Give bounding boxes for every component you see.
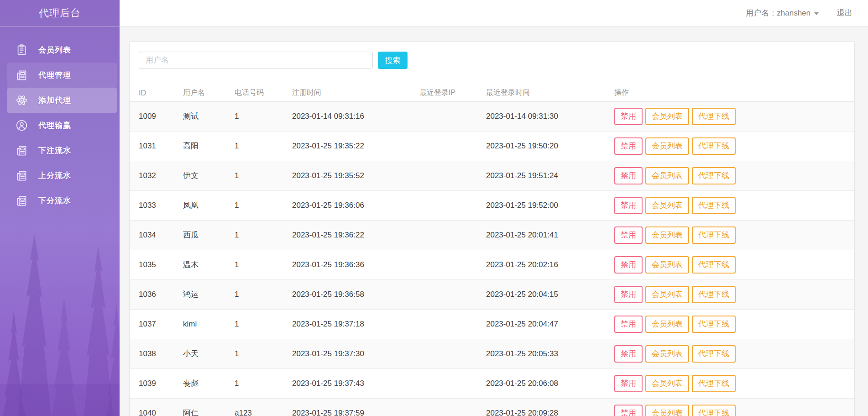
disable-button[interactable]: 禁用	[614, 375, 643, 392]
member-list-button[interactable]: 会员列表	[645, 256, 689, 274]
agent-downline-button[interactable]: 代理下线	[692, 108, 736, 125]
cell-id: 1034	[130, 220, 183, 250]
atom-icon	[16, 94, 28, 106]
disable-button[interactable]: 禁用	[614, 286, 643, 303]
cell-phone: 1	[235, 220, 292, 250]
disable-button[interactable]: 禁用	[614, 167, 643, 184]
cell-username: 丧彪	[183, 369, 235, 398]
column-header: 最近登录IP	[419, 85, 486, 101]
agent-downline-button[interactable]: 代理下线	[692, 256, 736, 274]
cell-id: 1036	[130, 279, 183, 309]
cell-last_ip	[419, 220, 486, 250]
member-list-button[interactable]: 会员列表	[645, 286, 689, 303]
cell-actions: 禁用会员列表代理下线	[614, 250, 854, 279]
cell-reg_time: 2023-01-25 19:37:43	[292, 369, 419, 398]
cell-actions: 禁用会员列表代理下线	[614, 279, 854, 309]
cell-username: 小天	[183, 339, 235, 369]
sidebar-item-3[interactable]: 添加代理	[7, 88, 117, 113]
search-input[interactable]	[139, 52, 373, 69]
search-button[interactable]: 搜索	[378, 52, 408, 69]
search-bar: 搜索	[130, 52, 854, 69]
cell-id: 1035	[130, 250, 183, 279]
cell-last_time: 2023-01-25 19:50:20	[486, 131, 614, 161]
cell-username: 伊文	[183, 161, 235, 190]
cell-reg_time: 2023-01-25 19:36:36	[292, 250, 419, 279]
cell-username: 凤凰	[183, 190, 235, 220]
cell-last_ip	[419, 250, 486, 279]
member-list-button[interactable]: 会员列表	[645, 405, 689, 416]
cell-actions: 禁用会员列表代理下线	[614, 309, 854, 339]
cell-last_time: 2023-01-25 20:04:47	[486, 309, 614, 339]
disable-button[interactable]: 禁用	[614, 197, 643, 214]
member-list-button[interactable]: 会员列表	[645, 375, 689, 392]
cell-actions: 禁用会员列表代理下线	[614, 339, 854, 369]
cell-last_ip	[419, 279, 486, 309]
cell-reg_time: 2023-01-25 19:35:52	[292, 161, 419, 190]
disable-button[interactable]: 禁用	[614, 256, 643, 274]
disable-button[interactable]: 禁用	[614, 137, 643, 155]
table-row: 1031高阳12023-01-25 19:35:222023-01-25 19:…	[130, 131, 854, 161]
disable-button[interactable]: 禁用	[614, 405, 643, 416]
table-row: 1038小天12023-01-25 19:37:302023-01-25 20:…	[130, 339, 854, 369]
agent-downline-button[interactable]: 代理下线	[692, 167, 736, 184]
agent-downline-button[interactable]: 代理下线	[692, 405, 736, 416]
cell-username: 鸿运	[183, 279, 235, 309]
disable-button[interactable]: 禁用	[614, 226, 643, 244]
sidebar-item-1[interactable]: 会员列表	[7, 37, 117, 63]
content-card: 搜索 ID用户名电话号码注册时间最近登录IP最近登录时间操作 1009测试120…	[129, 41, 855, 416]
cell-actions: 禁用会员列表代理下线	[614, 131, 854, 161]
member-list-button[interactable]: 会员列表	[645, 345, 689, 363]
disable-button[interactable]: 禁用	[614, 316, 643, 333]
table-row: 1035温木12023-01-25 19:36:362023-01-25 20:…	[130, 250, 854, 279]
cell-reg_time: 2023-01-25 19:37:30	[292, 339, 419, 369]
cell-last_time: 2023-01-25 19:51:24	[486, 161, 614, 190]
cell-id: 1038	[130, 339, 183, 369]
sidebar-item-2[interactable]: 代理管理	[7, 63, 117, 88]
sidebar-item-label: 会员列表	[38, 45, 71, 55]
cell-reg_time: 2023-01-25 19:37:18	[292, 309, 419, 339]
table-row: 1039丧彪12023-01-25 19:37:432023-01-25 20:…	[130, 369, 854, 398]
column-header: 注册时间	[292, 85, 419, 101]
agent-downline-button[interactable]: 代理下线	[692, 137, 736, 155]
cell-actions: 禁用会员列表代理下线	[614, 220, 854, 250]
agent-downline-button[interactable]: 代理下线	[692, 286, 736, 303]
agent-downline-button[interactable]: 代理下线	[692, 345, 736, 363]
column-header: 用户名	[183, 85, 235, 101]
member-list-button[interactable]: 会员列表	[645, 108, 689, 125]
cell-reg_time: 2023-01-25 19:35:22	[292, 131, 419, 161]
sidebar: 代理后台 会员列表代理管理添加代理代理输赢下注流水上分流水下分流水	[0, 0, 120, 416]
sidebar-item-7[interactable]: 下分流水	[7, 188, 117, 213]
cell-last_ip	[419, 131, 486, 161]
member-list-button[interactable]: 会员列表	[645, 137, 689, 155]
cell-last_time: 2023-01-14 09:31:30	[486, 101, 614, 131]
cell-last_ip	[419, 398, 486, 416]
sidebar-item-4[interactable]: 代理输赢	[7, 113, 117, 138]
sidebar-item-6[interactable]: 上分流水	[7, 163, 117, 188]
disable-button[interactable]: 禁用	[614, 345, 643, 363]
sidebar-item-label: 下注流水	[38, 145, 71, 156]
user-menu-dropdown[interactable]: 用户名： zhanshen	[746, 8, 819, 18]
table-row: 1037kimi12023-01-25 19:37:182023-01-25 2…	[130, 309, 854, 339]
member-list-button[interactable]: 会员列表	[645, 197, 689, 214]
table-row: 1033凤凰12023-01-25 19:36:062023-01-25 19:…	[130, 190, 854, 220]
agent-downline-button[interactable]: 代理下线	[692, 226, 736, 244]
member-list-button[interactable]: 会员列表	[645, 316, 689, 333]
member-list-button[interactable]: 会员列表	[645, 226, 689, 244]
cell-id: 1033	[130, 190, 183, 220]
cell-last_time: 2023-01-25 20:01:41	[486, 220, 614, 250]
disable-button[interactable]: 禁用	[614, 108, 643, 125]
sidebar-item-5[interactable]: 下注流水	[7, 138, 117, 163]
agent-downline-button[interactable]: 代理下线	[692, 197, 736, 214]
table-header: ID用户名电话号码注册时间最近登录IP最近登录时间操作	[130, 85, 854, 101]
member-list-button[interactable]: 会员列表	[645, 167, 689, 184]
cell-reg_time: 2023-01-25 19:36:06	[292, 190, 419, 220]
cell-phone: 1	[235, 101, 292, 131]
cell-actions: 禁用会员列表代理下线	[614, 101, 854, 131]
sidebar-menu: 会员列表代理管理添加代理代理输赢下注流水上分流水下分流水	[0, 27, 120, 213]
forest-silhouette-background	[0, 233, 120, 416]
cell-phone: 1	[235, 250, 292, 279]
cell-last_ip	[419, 161, 486, 190]
agent-downline-button[interactable]: 代理下线	[692, 375, 736, 392]
logout-button[interactable]: 退出	[837, 8, 852, 18]
agent-downline-button[interactable]: 代理下线	[692, 316, 736, 333]
